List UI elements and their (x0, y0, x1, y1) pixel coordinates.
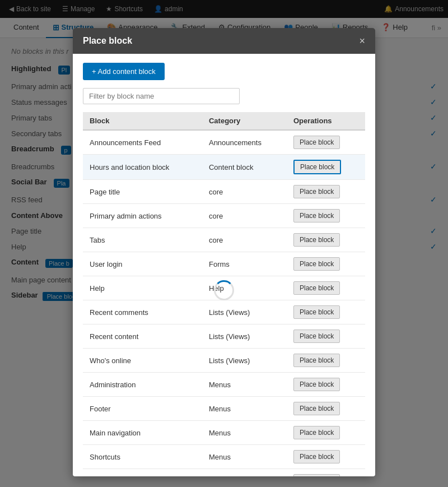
block-name-cell: Recent comments (83, 300, 202, 324)
table-row: FooterMenusPlace block (83, 397, 365, 421)
block-name-cell: Main navigation (83, 421, 202, 445)
table-row: Announcements FeedAnnouncementsPlace blo… (83, 130, 365, 155)
block-operations-cell: Place block (287, 228, 365, 252)
block-category-cell: Menus (202, 421, 287, 445)
block-name-cell: User login (83, 252, 202, 276)
table-row: AdministrationMenusPlace block (83, 373, 365, 397)
block-category-cell: Lists (Views) (202, 324, 287, 349)
place-block-btn[interactable]: Place block (293, 450, 340, 463)
table-row: ShortcutsMenusPlace block (83, 445, 365, 469)
place-block-modal: Place block × + Add content block Block … (73, 28, 375, 476)
place-block-btn[interactable]: Place block (293, 233, 340, 247)
modal-body: + Add content block Block Category Opera… (73, 54, 375, 476)
block-operations-cell: Place block (287, 276, 365, 300)
modal-header: Place block × (73, 28, 375, 54)
block-category-cell: core (202, 204, 287, 228)
table-row: Hours and location blockContent blockPla… (83, 155, 365, 180)
block-operations-cell: Place block (287, 421, 365, 445)
block-category-cell: Menus (202, 469, 287, 477)
place-block-btn[interactable]: Place block (293, 281, 340, 295)
modal-close-btn[interactable]: × (359, 36, 365, 46)
block-operations-cell: Place block (287, 130, 365, 155)
block-category-cell: Lists (Views) (202, 300, 287, 324)
block-category-cell: Content block (202, 155, 287, 180)
table-row: Primary admin actionscorePlace block (83, 204, 365, 228)
place-block-btn[interactable]: Place block (293, 209, 340, 222)
loading-spinner (214, 280, 234, 300)
table-row: Recent contentLists (Views)Place block (83, 324, 365, 349)
block-operations-cell: Place block (287, 300, 365, 324)
table-row: TabscorePlace block (83, 228, 365, 252)
block-name-cell: Tabs (83, 228, 202, 252)
place-block-btn[interactable]: Place block (293, 160, 341, 174)
place-block-btn[interactable]: Place block (293, 257, 340, 271)
place-block-btn[interactable]: Place block (293, 426, 340, 439)
block-category-cell: Menus (202, 373, 287, 397)
block-name-cell: Shortcuts (83, 445, 202, 469)
table-row: Main navigationMenusPlace block (83, 421, 365, 445)
block-category-cell: core (202, 228, 287, 252)
place-block-btn[interactable]: Place block (293, 136, 340, 149)
block-operations-cell: Place block (287, 324, 365, 349)
block-operations-cell: Place block (287, 445, 365, 469)
place-block-btn[interactable]: Place block (293, 474, 340, 476)
block-name-cell: Primary admin actions (83, 204, 202, 228)
block-category-cell: Announcements (202, 130, 287, 155)
block-category-cell: Forms (202, 252, 287, 276)
col-operations: Operations (287, 112, 365, 130)
table-row: Recent commentsLists (Views)Place block (83, 300, 365, 324)
block-name-cell: Tools (83, 469, 202, 477)
block-operations-cell: Place block (287, 397, 365, 421)
place-block-btn[interactable]: Place block (293, 378, 340, 391)
place-block-btn[interactable]: Place block (293, 305, 340, 319)
col-category: Category (202, 112, 287, 130)
block-name-cell: Who's online (83, 349, 202, 373)
place-block-btn[interactable]: Place block (293, 330, 340, 343)
block-operations-cell: Place block (287, 373, 365, 397)
table-row: ToolsMenusPlace block (83, 469, 365, 477)
block-operations-cell: Place block (287, 252, 365, 276)
table-row: Who's onlineLists (Views)Place block (83, 349, 365, 373)
block-operations-cell: Place block (287, 180, 365, 204)
block-name-cell: Help (83, 276, 202, 300)
block-category-cell: Lists (Views) (202, 349, 287, 373)
block-name-cell: Hours and location block (83, 155, 202, 180)
block-operations-cell: Place block (287, 469, 365, 477)
block-operations-cell: Place block (287, 349, 365, 373)
block-name-cell: Footer (83, 397, 202, 421)
modal-title: Place block (83, 36, 132, 46)
col-block: Block (83, 112, 202, 130)
block-name-cell: Announcements Feed (83, 130, 202, 155)
block-name-cell: Recent content (83, 324, 202, 349)
place-block-btn[interactable]: Place block (293, 185, 340, 198)
block-operations-cell: Place block (287, 204, 365, 228)
table-row: Page titlecorePlace block (83, 180, 365, 204)
table-row: User loginFormsPlace block (83, 252, 365, 276)
block-name-cell: Page title (83, 180, 202, 204)
place-block-btn[interactable]: Place block (293, 402, 340, 415)
filter-input[interactable] (83, 88, 240, 104)
block-operations-cell: Place block (287, 155, 365, 180)
block-name-cell: Administration (83, 373, 202, 397)
add-content-block-btn[interactable]: + Add content block (83, 63, 165, 80)
place-block-btn[interactable]: Place block (293, 354, 340, 367)
block-category-cell: Menus (202, 445, 287, 469)
block-category-cell: Menus (202, 397, 287, 421)
table-header-row: Block Category Operations (83, 112, 365, 130)
block-category-cell: core (202, 180, 287, 204)
